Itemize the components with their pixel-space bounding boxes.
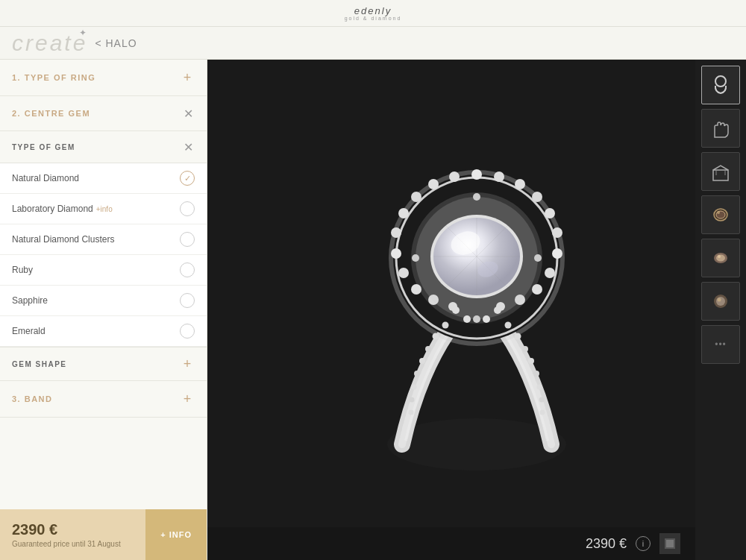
svg-point-54 — [537, 384, 542, 389]
section-type-of-ring-label: 1. TYPE OF RING — [12, 73, 95, 82]
svg-point-19 — [391, 227, 401, 238]
svg-point-27 — [473, 193, 480, 201]
thumbnail-dots-label: ••• — [715, 339, 727, 350]
svg-point-48 — [522, 346, 528, 352]
svg-point-28 — [473, 315, 480, 323]
svg-point-9 — [552, 227, 562, 238]
ring-image-area — [268, 79, 686, 541]
svg-point-51 — [414, 371, 420, 377]
price-info: 2390 € Guaranteed price until 31 August — [0, 514, 145, 556]
right-thumbnails: ••• — [695, 60, 746, 560]
section-centre-gem-label: 2. CENTRE GEM — [12, 109, 90, 118]
gem-option-natural-diamond-label: Natural Diamond — [12, 173, 79, 183]
svg-point-43 — [442, 321, 449, 328]
section-type-of-ring-icon: + — [180, 70, 195, 85]
gem-option-natural-diamond-clusters[interactable]: Natural Diamond Clusters — [0, 224, 207, 255]
thumbnail-box-icon — [709, 160, 733, 183]
gem-option-ruby[interactable]: Ruby — [0, 255, 207, 286]
svg-point-16 — [428, 179, 439, 189]
gem-shape-label: GEM SHAPE — [12, 360, 67, 368]
svg-point-52 — [533, 371, 539, 377]
svg-point-30 — [534, 254, 542, 262]
gem-type-header[interactable]: TYPE OF GEM ✕ — [0, 131, 207, 163]
create-plus-icon: ✦ — [79, 28, 89, 38]
svg-rect-60 — [713, 170, 728, 180]
svg-point-42 — [483, 315, 490, 323]
svg-point-53 — [412, 384, 417, 389]
share-button[interactable] — [659, 533, 680, 554]
gem-option-laboratory-diamond[interactable]: Laboratory Diamond+info — [0, 194, 207, 224]
gem-option-ruby-radio — [180, 262, 195, 277]
svg-point-46 — [515, 333, 521, 339]
gem-option-natural-diamond[interactable]: Natural Diamond — [0, 163, 207, 194]
thumbnail-macro-icon — [709, 289, 733, 313]
svg-point-39 — [452, 306, 460, 314]
svg-point-49 — [419, 358, 425, 364]
price-amount: 2390 € — [12, 521, 134, 538]
share-icon — [664, 538, 676, 550]
svg-point-57 — [409, 409, 414, 415]
thumbnail-1[interactable] — [701, 66, 740, 104]
gem-option-ruby-label: Ruby — [12, 265, 33, 275]
svg-point-10 — [552, 248, 562, 259]
svg-point-5 — [494, 172, 504, 182]
gem-option-emerald-radio — [180, 324, 195, 339]
thumbnail-3[interactable] — [701, 152, 740, 191]
gem-shape-plus-icon: + — [180, 356, 195, 371]
bottom-price-text: 2390 € — [586, 536, 627, 552]
svg-point-17 — [411, 192, 421, 202]
svg-point-40 — [463, 315, 471, 323]
thumbnail-closeup2-icon — [709, 246, 733, 270]
gem-option-natural-diamond-clusters-label: Natural Diamond Clusters — [12, 234, 114, 245]
gem-shape-header[interactable]: GEM SHAPE + — [0, 347, 207, 381]
band-section[interactable]: 3. BAND + — [0, 381, 207, 418]
ring-svg — [268, 79, 686, 541]
svg-point-6 — [515, 179, 525, 189]
gem-type-label: TYPE OF GEM — [12, 143, 75, 151]
svg-point-7 — [532, 192, 542, 202]
thumbnail-7[interactable]: ••• — [701, 325, 740, 364]
price-footer: 2390 € Guaranteed price until 31 August … — [0, 509, 207, 560]
section-type-of-ring[interactable]: 1. TYPE OF RING + — [0, 60, 207, 96]
gem-type-subsection: TYPE OF GEM ✕ Natural Diamond Laboratory… — [0, 131, 207, 347]
gem-option-sapphire-radio — [180, 293, 195, 308]
svg-point-59 — [715, 76, 726, 86]
gem-option-emerald-label: Emerald — [12, 326, 46, 336]
svg-point-63 — [717, 211, 720, 214]
svg-point-56 — [539, 397, 545, 402]
laboratory-diamond-info-link[interactable]: +info — [96, 205, 113, 213]
thumbnail-4[interactable] — [701, 195, 740, 234]
section-centre-gem[interactable]: 2. CENTRE GEM ✕ — [0, 96, 207, 131]
ring-display: ••• 2390 € i — [207, 60, 746, 560]
thumbnail-2[interactable] — [701, 109, 740, 148]
brand-tagline: gold & diamond — [345, 16, 402, 21]
bottom-info-circle[interactable]: i — [636, 536, 651, 551]
thumbnail-5[interactable] — [701, 239, 740, 277]
create-title: create ✦ — [12, 31, 87, 56]
brand-name: edenly — [354, 6, 392, 16]
main-layout: 1. TYPE OF RING + 2. CENTRE GEM ✕ TYPE O… — [0, 60, 746, 560]
gem-option-laboratory-diamond-label: Laboratory Diamond+info — [12, 204, 113, 214]
brand-logo: edenly gold & diamond — [345, 6, 402, 21]
svg-point-47 — [425, 346, 431, 352]
svg-point-68 — [716, 297, 725, 306]
gem-option-sapphire[interactable]: Sapphire — [0, 286, 207, 316]
top-header: edenly gold & diamond — [0, 0, 746, 27]
thumbnail-closeup1-icon — [709, 203, 733, 227]
sidebar: 1. TYPE OF RING + 2. CENTRE GEM ✕ TYPE O… — [0, 60, 207, 560]
bottom-price-bar: 2390 € i — [207, 527, 695, 560]
svg-point-66 — [718, 255, 721, 258]
svg-point-55 — [410, 397, 415, 402]
svg-point-18 — [398, 208, 409, 218]
breadcrumb: < HALO — [95, 37, 137, 49]
thumbnail-hand-icon — [709, 116, 733, 140]
thumbnail-6[interactable] — [701, 282, 740, 321]
svg-point-8 — [545, 208, 555, 218]
svg-rect-71 — [666, 540, 674, 547]
gem-option-emerald[interactable]: Emerald — [0, 316, 207, 347]
price-note: Guaranteed price until 31 August — [12, 540, 134, 548]
svg-point-11 — [545, 268, 555, 278]
svg-point-65 — [716, 255, 725, 262]
info-button[interactable]: + INFO — [145, 509, 207, 560]
sub-header: create ✦ < HALO — [0, 27, 746, 60]
